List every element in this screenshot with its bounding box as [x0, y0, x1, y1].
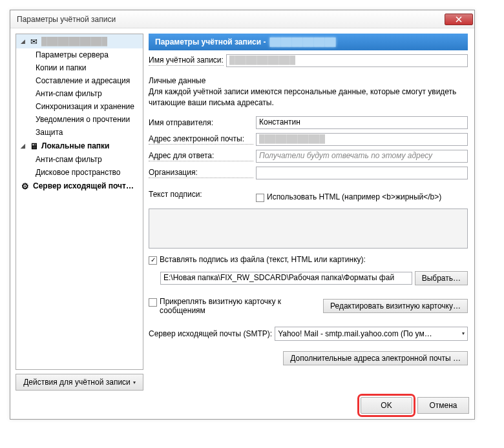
tree-item-sync[interactable]: Синхронизация и хранение: [16, 100, 143, 113]
server-icon: ⚙: [20, 181, 30, 191]
tree-local-folders[interactable]: ◢ 🖥 Локальные папки: [16, 139, 143, 153]
reply-label: Адрес для ответа:: [149, 151, 253, 161]
signature-label: Текст подписи:: [149, 190, 253, 199]
signature-textarea[interactable]: [149, 209, 468, 249]
cancel-button[interactable]: Отмена: [417, 397, 469, 414]
close-button[interactable]: [445, 14, 473, 25]
tree-item-compose[interactable]: Составление и адресация: [16, 74, 143, 87]
use-html-checkbox[interactable]: [256, 194, 264, 202]
choose-file-button[interactable]: Выбрать…: [415, 271, 468, 285]
tree-item-spam[interactable]: Анти-спам фильтр: [16, 87, 143, 100]
email-label: Адрес электронной почты:: [149, 134, 253, 145]
sig-from-file-label: Вставлять подпись из файла (текст, HTML …: [160, 255, 366, 264]
sig-from-file-checkbox[interactable]: ✓: [149, 256, 157, 265]
smtp-combo[interactable]: Yahoo! Mail - smtp.mail.yahoo.com (По ум…: [275, 327, 468, 341]
account-settings-dialog: Параметры учётной записи ◢ ✉ ███████████…: [10, 10, 475, 420]
use-html-label: Использовать HTML (например <b>жирный</b…: [267, 192, 441, 201]
account-name-input[interactable]: ████████████: [226, 54, 468, 67]
titlebar: Параметры учётной записи: [10, 10, 474, 28]
account-actions-button[interactable]: Действия для учётной записи: [16, 374, 143, 391]
org-label: Организация:: [149, 168, 253, 178]
sig-file-path-input[interactable]: E:\Новая папка\FIX_RW_SDCARD\Рабочая пап…: [160, 272, 412, 285]
sender-input[interactable]: Константин: [256, 116, 468, 129]
settings-form: Параметры учётной записи - ████████████ …: [149, 34, 469, 391]
tree-local-disk[interactable]: Дисковое пространство: [16, 166, 143, 179]
collapse-icon: ◢: [20, 143, 26, 149]
window-title: Параметры учётной записи: [17, 15, 116, 24]
form-banner: Параметры учётной записи - ████████████: [149, 34, 468, 50]
org-input[interactable]: [256, 167, 468, 179]
account-tree[interactable]: ◢ ✉ ████████████ Параметры сервера Копии…: [16, 34, 143, 370]
extra-emails-button[interactable]: Дополнительные адреса электронной почты …: [283, 351, 468, 365]
tree-item-receipts[interactable]: Уведомления о прочтении: [16, 113, 143, 126]
tree-item-server[interactable]: Параметры сервера: [16, 48, 143, 61]
computer-icon: 🖥: [28, 141, 39, 151]
tree-item-copies[interactable]: Копии и папки: [16, 61, 143, 74]
vcard-label: Прикреплять визитную карточку к сообщени…: [160, 297, 289, 315]
personal-desc: Для каждой учётной записи имеются персон…: [149, 87, 468, 108]
smtp-label: Сервер исходящей почты (SMTP):: [149, 329, 272, 338]
tree-local-spam[interactable]: Анти-спам фильтр: [16, 153, 143, 166]
ok-button[interactable]: OK: [361, 397, 412, 414]
collapse-icon: ◢: [20, 39, 26, 45]
tree-item-security[interactable]: Защита: [16, 126, 143, 139]
tree-account-root[interactable]: ◢ ✉ ████████████: [16, 34, 143, 48]
account-name-label: Имя учётной записи:: [149, 56, 224, 66]
edit-vcard-button[interactable]: Редактировать визитную карточку…: [323, 299, 468, 313]
reply-input[interactable]: Получатели будут отвечать по этому адрес…: [256, 150, 468, 163]
personal-section-title: Личные данные: [149, 76, 468, 85]
tree-smtp[interactable]: ⚙ Сервер исходящей почт…: [16, 179, 143, 193]
email-input[interactable]: ████████████: [256, 133, 468, 146]
vcard-checkbox[interactable]: [149, 298, 157, 307]
mail-icon: ✉: [28, 36, 39, 46]
sender-label: Имя отправителя:: [149, 118, 253, 127]
